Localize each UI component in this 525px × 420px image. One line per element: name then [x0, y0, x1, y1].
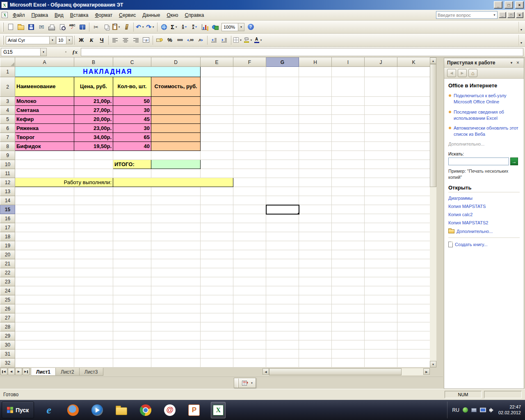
cell-J31[interactable]	[365, 349, 397, 358]
cell-H2[interactable]	[299, 77, 332, 97]
cell-C18[interactable]	[113, 232, 151, 241]
messenger-tray-icon[interactable]	[463, 407, 468, 413]
cell-H24[interactable]	[299, 286, 332, 295]
align-left-button[interactable]	[110, 35, 120, 45]
cell-I16[interactable]	[332, 214, 365, 223]
row-header-24[interactable]: 24	[0, 286, 15, 295]
cell-G25[interactable]	[266, 295, 299, 304]
cell-F15[interactable]	[233, 205, 266, 214]
cell-K26[interactable]	[397, 304, 430, 313]
cell-D9[interactable]	[151, 151, 201, 160]
cell-G13[interactable]	[266, 187, 299, 196]
cell-J4[interactable]	[365, 106, 397, 115]
drawing-button[interactable]	[210, 22, 220, 32]
cell-A2[interactable]: Наименование	[15, 77, 74, 97]
cell-C26[interactable]	[113, 304, 151, 313]
cell-F4[interactable]	[233, 106, 266, 115]
reviewing-toolbar[interactable]: ▼	[234, 378, 256, 388]
cell-B22[interactable]	[74, 268, 113, 277]
redo-button[interactable]: ↷▼	[146, 22, 155, 32]
cell-E19[interactable]	[201, 241, 233, 250]
cell-C23[interactable]	[113, 277, 151, 286]
row-header-16[interactable]: 16	[0, 214, 15, 223]
menu-edit[interactable]: Правка	[28, 11, 52, 20]
help-button[interactable]: ?	[246, 22, 256, 32]
row-header-8[interactable]: 8	[0, 142, 15, 151]
cell-G28[interactable]	[266, 322, 299, 331]
cell-E11[interactable]	[201, 169, 233, 178]
formula-bar-splitter[interactable]	[48, 48, 69, 56]
cell-B27[interactable]	[74, 313, 113, 322]
cell-C6[interactable]: 30	[113, 124, 151, 133]
cell-K29[interactable]	[397, 331, 430, 340]
cell-K11[interactable]	[397, 169, 430, 178]
office-online-link[interactable]: Подключиться к веб-узлу Microsoft Office…	[454, 93, 520, 105]
sheet-tab-list3[interactable]: Лист3	[79, 368, 103, 376]
cell-B17[interactable]	[74, 223, 113, 232]
cell-K24[interactable]	[397, 286, 430, 295]
row-header-28[interactable]: 28	[0, 322, 15, 331]
cell-H9[interactable]	[299, 151, 332, 160]
vertical-scroll-track[interactable]	[430, 187, 436, 361]
cell-C16[interactable]	[113, 214, 151, 223]
cell-H13[interactable]	[299, 187, 332, 196]
cell-A29[interactable]	[15, 331, 74, 340]
cell-G4[interactable]	[266, 106, 299, 115]
cell-H6[interactable]	[299, 124, 332, 133]
cell-F17[interactable]	[233, 223, 266, 232]
row-header-3[interactable]: 3	[0, 97, 15, 106]
scroll-down-button[interactable]: ▼	[430, 361, 436, 368]
cell-A25[interactable]	[15, 295, 74, 304]
cell-D19[interactable]	[151, 241, 201, 250]
cell-C14[interactable]	[113, 196, 151, 205]
firefox-shortcut[interactable]	[66, 402, 80, 418]
cell-C31[interactable]	[113, 349, 151, 358]
cell-C20[interactable]	[113, 250, 151, 259]
increase-indent-button[interactable]	[219, 35, 229, 45]
cell-A6[interactable]: Ряженка	[15, 124, 74, 133]
cell-K18[interactable]	[397, 232, 430, 241]
cell-I21[interactable]	[332, 259, 365, 268]
cell-J16[interactable]	[365, 214, 397, 223]
cell-C25[interactable]	[113, 295, 151, 304]
cell-C13[interactable]	[113, 187, 151, 196]
fill-color-dropdown-icon[interactable]: ▼	[250, 39, 253, 41]
cell-J10[interactable]	[365, 160, 397, 169]
cell-G19[interactable]	[266, 241, 299, 250]
cell-D26[interactable]	[151, 304, 201, 313]
cell-D8[interactable]	[151, 142, 201, 151]
cell-F18[interactable]	[233, 232, 266, 241]
cell-K30[interactable]	[397, 340, 430, 349]
cell-H28[interactable]	[299, 322, 332, 331]
cell-G21[interactable]	[266, 259, 299, 268]
cell-C4[interactable]: 30	[113, 106, 151, 115]
menu-file[interactable]: Файл	[9, 11, 28, 20]
cell-E9[interactable]	[201, 151, 233, 160]
horizontal-scroll-track[interactable]	[269, 368, 423, 375]
column-header-K[interactable]: K	[397, 58, 430, 67]
cell-D32[interactable]	[151, 358, 201, 368]
menu-insert[interactable]: Вставка	[67, 11, 92, 20]
cell-I27[interactable]	[332, 313, 365, 322]
cell-F25[interactable]	[233, 295, 266, 304]
cell-I8[interactable]	[332, 142, 365, 151]
font-color-button[interactable]: А▼	[253, 35, 263, 45]
cell-F11[interactable]	[233, 169, 266, 178]
row-header-5[interactable]: 5	[0, 115, 15, 124]
cell-B19[interactable]	[74, 241, 113, 250]
cell-K20[interactable]	[397, 250, 430, 259]
cell-I30[interactable]	[332, 340, 365, 349]
zoom-select[interactable]: 100%▼	[221, 23, 244, 31]
cell-A11[interactable]	[15, 169, 74, 178]
cell-K22[interactable]	[397, 268, 430, 277]
cell-A14[interactable]	[15, 196, 74, 205]
cell-I29[interactable]	[332, 331, 365, 340]
sort-ascending-button[interactable]: АЯ▼	[180, 22, 189, 32]
cell-D27[interactable]	[151, 313, 201, 322]
cell-H1[interactable]	[299, 67, 332, 77]
row-header-2[interactable]: 2	[0, 77, 15, 97]
cell-J12[interactable]	[365, 178, 397, 187]
cell-C27[interactable]	[113, 313, 151, 322]
save-button[interactable]	[26, 22, 36, 32]
column-header-D[interactable]: D	[151, 58, 201, 67]
